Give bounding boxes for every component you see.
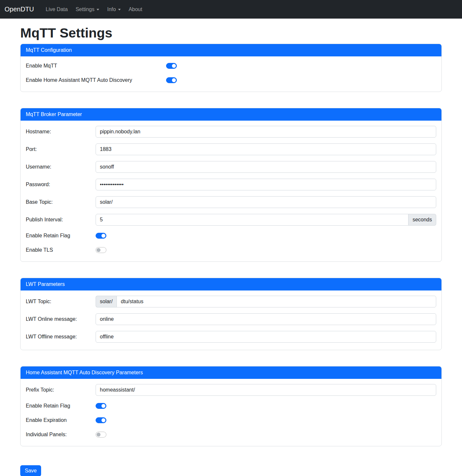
lwt-offline-message-label: LWT Offline message: xyxy=(26,334,96,340)
lwt-offline-message-control xyxy=(96,331,436,343)
lwt-topic-input[interactable] xyxy=(116,296,436,307)
port-label: Port: xyxy=(26,146,96,152)
row-publish-interval: Publish Interval: seconds xyxy=(26,214,436,226)
row-enable-ha-auto-discovery: Enable Home Assistant MQTT Auto Discover… xyxy=(26,76,436,84)
enable-ha-auto-discovery-toggle[interactable] xyxy=(166,77,177,83)
hostname-input[interactable] xyxy=(96,126,436,138)
card-header-lwt-parameters: LWT Parameters xyxy=(21,278,441,290)
lwt-topic-prefix: solar/ xyxy=(96,296,116,307)
main-content: MqTT Settings MqTT Configuration Enable … xyxy=(20,25,442,476)
base-topic-input[interactable] xyxy=(96,196,436,208)
username-input[interactable] xyxy=(96,161,436,173)
row-prefix-topic: Prefix Topic: xyxy=(26,384,436,396)
enable-ha-auto-discovery-label: Enable Home Assistant MQTT Auto Discover… xyxy=(26,77,166,83)
nav-item-settings[interactable]: Settings xyxy=(73,4,102,15)
ha-enable-retain-flag-toggle[interactable] xyxy=(96,403,106,409)
enable-retain-flag-control xyxy=(96,233,436,239)
base-topic-control xyxy=(96,196,436,208)
row-hostname: Hostname: xyxy=(26,126,436,138)
card-body-mqtt-broker-parameter: Hostname: Port: Username: Password: xyxy=(21,121,441,261)
page-title: MqTT Settings xyxy=(20,25,442,41)
card-header-ha-auto-discovery-parameters: Home Assistant MQTT Auto Discovery Param… xyxy=(21,366,441,379)
publish-interval-input[interactable] xyxy=(96,214,408,226)
row-enable-expiration: Enable Expiration xyxy=(26,416,436,424)
username-label: Username: xyxy=(26,164,96,170)
password-label: Password: xyxy=(26,182,96,187)
nav-item-about[interactable]: About xyxy=(126,4,145,15)
enable-retain-flag-label: Enable Retain Flag xyxy=(26,233,96,239)
individual-panels-toggle[interactable] xyxy=(96,432,106,438)
enable-tls-label: Enable TLS xyxy=(26,247,96,253)
nav-item-live-data[interactable]: Live Data xyxy=(43,4,71,15)
enable-mqtt-toggle[interactable] xyxy=(166,63,177,69)
publish-interval-label: Publish Interval: xyxy=(26,217,96,223)
row-lwt-online-message: LWT Online message: xyxy=(26,313,436,325)
row-base-topic: Base Topic: xyxy=(26,196,436,208)
enable-tls-control xyxy=(96,247,436,253)
card-lwt-parameters: LWT Parameters LWT Topic: solar/ LWT Onl… xyxy=(20,278,442,350)
enable-ha-auto-discovery-control xyxy=(166,77,436,83)
enable-expiration-control xyxy=(96,417,436,423)
port-control xyxy=(96,143,436,155)
ha-enable-retain-flag-label: Enable Retain Flag xyxy=(26,403,96,409)
nav-item-info[interactable]: Info xyxy=(104,4,124,15)
card-mqtt-configuration: MqTT Configuration Enable MqTT Enable Ho… xyxy=(20,44,442,92)
lwt-topic-group: solar/ xyxy=(96,296,436,307)
individual-panels-label: Individual Panels: xyxy=(26,432,96,438)
brand-opendtu[interactable]: OpenDTU xyxy=(5,6,34,13)
individual-panels-control xyxy=(96,432,436,438)
enable-mqtt-control xyxy=(166,63,436,69)
lwt-online-message-control xyxy=(96,313,436,325)
username-control xyxy=(96,161,436,173)
card-mqtt-broker-parameter: MqTT Broker Parameter Hostname: Port: Us… xyxy=(20,108,442,262)
card-ha-auto-discovery-parameters: Home Assistant MQTT Auto Discovery Param… xyxy=(20,366,442,446)
lwt-offline-message-input[interactable] xyxy=(96,331,436,343)
row-port: Port: xyxy=(26,143,436,155)
row-ha-enable-retain-flag: Enable Retain Flag xyxy=(26,402,436,410)
publish-interval-group: seconds xyxy=(96,214,436,226)
row-enable-retain-flag: Enable Retain Flag xyxy=(26,231,436,240)
enable-mqtt-label: Enable MqTT xyxy=(26,63,166,69)
password-control xyxy=(96,179,436,190)
card-body-mqtt-configuration: Enable MqTT Enable Home Assistant MQTT A… xyxy=(21,56,441,92)
prefix-topic-label: Prefix Topic: xyxy=(26,387,96,393)
chevron-down-icon xyxy=(97,9,99,10)
publish-interval-unit: seconds xyxy=(408,214,436,226)
lwt-online-message-label: LWT Online message: xyxy=(26,316,96,322)
hostname-control xyxy=(96,126,436,138)
nav-item-info-label: Info xyxy=(107,7,116,12)
lwt-online-message-input[interactable] xyxy=(96,313,436,325)
row-enable-tls: Enable TLS xyxy=(26,246,436,254)
row-password: Password: xyxy=(26,179,436,190)
card-body-ha-auto-discovery-parameters: Prefix Topic: Enable Retain Flag Enable … xyxy=(21,379,441,446)
row-lwt-topic: LWT Topic: solar/ xyxy=(26,296,436,307)
row-username: Username: xyxy=(26,161,436,173)
lwt-topic-label: LWT Topic: xyxy=(26,299,96,305)
card-body-lwt-parameters: LWT Topic: solar/ LWT Online message: LW… xyxy=(21,290,441,350)
base-topic-label: Base Topic: xyxy=(26,199,96,205)
prefix-topic-input[interactable] xyxy=(96,384,436,396)
port-input[interactable] xyxy=(96,143,436,155)
hostname-label: Hostname: xyxy=(26,129,96,135)
enable-tls-toggle[interactable] xyxy=(96,247,106,253)
nav-menu: Live Data Settings Info About xyxy=(42,4,146,15)
save-button[interactable]: Save xyxy=(20,465,41,476)
ha-enable-retain-flag-control xyxy=(96,403,436,409)
enable-retain-flag-toggle[interactable] xyxy=(96,233,106,239)
row-individual-panels: Individual Panels: xyxy=(26,430,436,439)
password-input[interactable] xyxy=(96,179,436,190)
navbar: OpenDTU Live Data Settings Info About xyxy=(0,0,462,19)
row-enable-mqtt: Enable MqTT xyxy=(26,62,436,70)
card-header-mqtt-broker-parameter: MqTT Broker Parameter xyxy=(21,108,441,121)
chevron-down-icon xyxy=(118,9,121,10)
prefix-topic-control xyxy=(96,384,436,396)
enable-expiration-label: Enable Expiration xyxy=(26,417,96,423)
nav-item-settings-label: Settings xyxy=(76,7,95,12)
enable-expiration-toggle[interactable] xyxy=(96,417,106,423)
card-header-mqtt-configuration: MqTT Configuration xyxy=(21,44,441,56)
row-lwt-offline-message: LWT Offline message: xyxy=(26,331,436,343)
